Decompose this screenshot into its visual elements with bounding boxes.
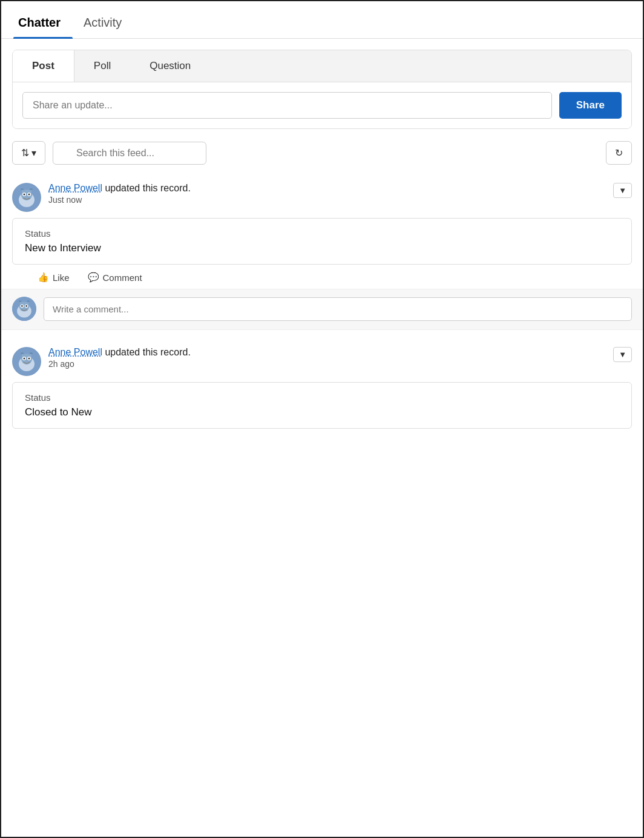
post-input-row: Share [13, 82, 631, 128]
feed-post-2: Anne Powell updated this record. 2h ago … [1, 337, 643, 429]
tabs-bar: Chatter Activity [1, 1, 643, 39]
search-input[interactable] [53, 142, 206, 165]
status-label-1: Status [25, 228, 619, 239]
sort-button[interactable]: ⇅ ▾ [12, 141, 45, 165]
post-action-2: updated this record. [102, 347, 191, 357]
svg-rect-9 [21, 188, 24, 190]
tab-chatter[interactable]: Chatter [13, 7, 73, 38]
post-time-1: Just now [48, 195, 191, 205]
svg-rect-10 [30, 188, 33, 190]
like-icon-1: 👍 [38, 272, 49, 283]
comment-input-1[interactable] [44, 297, 632, 321]
post-time-2: 2h ago [48, 359, 191, 369]
svg-point-16 [21, 305, 23, 307]
svg-rect-21 [27, 300, 30, 302]
svg-point-27 [24, 358, 25, 360]
post-dropdown-btn-2[interactable]: ▼ [613, 347, 632, 362]
status-label-2: Status [25, 392, 619, 403]
post-action-1: updated this record. [102, 183, 191, 193]
status-value-2: Closed to New [25, 406, 619, 418]
svg-rect-20 [19, 300, 22, 302]
comment-icon-1: 💬 [88, 272, 99, 283]
post-type-poll[interactable]: Poll [74, 50, 130, 82]
post-actions-1: 👍 Like 💬 Comment [1, 265, 643, 289]
svg-point-17 [25, 305, 27, 307]
avatar-1 [12, 183, 41, 212]
post-type-post[interactable]: Post [13, 50, 74, 82]
post-type-tabs: Post Poll Question [13, 50, 631, 82]
tab-activity[interactable]: Activity [79, 7, 134, 38]
avatar-comment-1 [12, 297, 36, 321]
search-wrapper: 🔍 [53, 142, 599, 165]
comment-area-1 [1, 289, 643, 330]
avatar-2 [12, 347, 41, 376]
status-value-1: New to Interview [25, 242, 619, 254]
svg-point-6 [28, 194, 30, 196]
svg-rect-32 [30, 352, 33, 354]
post-author-2[interactable]: Anne Powell [48, 347, 102, 357]
post-dropdown-btn-1[interactable]: ▼ [613, 183, 632, 198]
post-type-question[interactable]: Question [130, 50, 210, 82]
post-header-1: Anne Powell updated this record. Just no… [12, 183, 632, 212]
feed-post-1: Anne Powell updated this record. Just no… [1, 173, 643, 265]
tab-chatter-label: Chatter [18, 16, 61, 29]
sort-dropdown-icon: ▾ [31, 147, 36, 159]
share-button[interactable]: Share [559, 92, 622, 119]
tab-activity-label: Activity [84, 16, 122, 29]
refresh-button[interactable]: ↻ [606, 141, 632, 165]
post-input[interactable] [22, 92, 552, 119]
feed-controls: ⇅ ▾ 🔍 ↻ [1, 133, 643, 173]
sort-icon: ⇅ [21, 147, 29, 159]
svg-point-28 [28, 358, 30, 360]
post-author-1[interactable]: Anne Powell [48, 183, 102, 193]
svg-rect-31 [21, 352, 24, 354]
refresh-icon: ↻ [615, 148, 623, 158]
post-header-2: Anne Powell updated this record. 2h ago … [12, 347, 632, 376]
post-content-box-2: Status Closed to New [12, 382, 632, 429]
svg-point-5 [24, 194, 25, 196]
post-area: Post Poll Question Share [12, 50, 632, 129]
post-content-box-1: Status New to Interview [12, 218, 632, 265]
comment-button-1[interactable]: 💬 Comment [88, 272, 142, 283]
like-button-1[interactable]: 👍 Like [38, 272, 70, 283]
